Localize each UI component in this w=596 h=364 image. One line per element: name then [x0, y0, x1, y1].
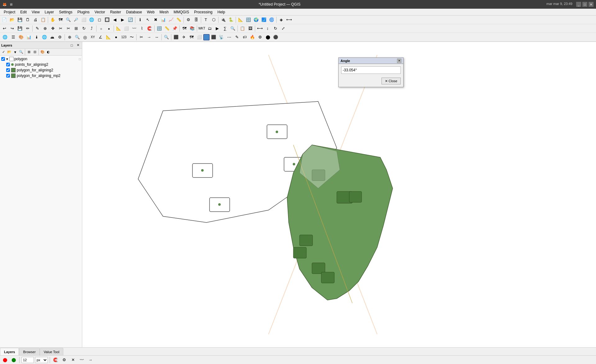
scale-button[interactable]: ⤢: [279, 25, 287, 32]
select-feature-button[interactable]: ↖: [144, 16, 151, 24]
label2-button[interactable]: 🏷: [241, 34, 248, 41]
cut-button[interactable]: ✂: [138, 34, 145, 41]
reverse-button[interactable]: ↔: [153, 34, 160, 41]
menu-layer[interactable]: Layer: [42, 9, 56, 15]
map-canvas[interactable]: Angle ✕ ✕ Close: [82, 42, 596, 347]
zoom-selection-button[interactable]: 🔲: [103, 16, 111, 24]
menu-view[interactable]: View: [29, 9, 42, 15]
new-print-layout-button[interactable]: 📋: [39, 16, 47, 24]
angle-dialog-x-button[interactable]: ✕: [397, 59, 401, 63]
offset-curve-button[interactable]: ⤴: [88, 25, 95, 32]
wkt-button[interactable]: WKT: [198, 25, 205, 32]
maximize-button[interactable]: □: [582, 2, 587, 7]
zoom-in-button[interactable]: 🔍: [65, 16, 72, 24]
open-project-button[interactable]: 📂: [8, 16, 16, 24]
canvas-button[interactable]: 🖼: [246, 25, 254, 32]
svg-button[interactable]: ◈: [278, 16, 285, 24]
measure2-button[interactable]: 📐: [105, 34, 112, 41]
menu-database[interactable]: Database: [124, 9, 144, 15]
layer-item-poly2[interactable]: polygon_for_aligning2: [0, 67, 82, 73]
processing-button[interactable]: ⚙: [56, 34, 64, 41]
stop-button[interactable]: ⬛: [172, 34, 180, 41]
edit-redo-button[interactable]: ↪: [8, 25, 16, 32]
locator-button[interactable]: 🔍: [74, 34, 81, 41]
plugins-button[interactable]: 🔌: [219, 16, 227, 24]
snap-green-button[interactable]: ⬤: [10, 356, 17, 364]
atlas-button[interactable]: 📚: [188, 25, 196, 32]
layers-expand-button[interactable]: ⊞: [26, 49, 32, 55]
blue-button[interactable]: [203, 34, 210, 40]
num-button[interactable]: 123: [120, 34, 128, 41]
add-feature-button[interactable]: ⊕: [41, 25, 49, 32]
split-features-button[interactable]: ✂: [65, 25, 72, 32]
pan-map-button[interactable]: 🗺: [57, 16, 64, 24]
delete-feature-button[interactable]: ✂: [57, 25, 64, 32]
expression-button[interactable]: ∑: [221, 25, 229, 32]
edit-pencil-button[interactable]: ✏: [24, 25, 31, 32]
datasource-manager-button[interactable]: 🗄: [192, 16, 200, 24]
refresh-button[interactable]: 🔄: [127, 16, 134, 24]
angle-close-button[interactable]: ✕ Close: [382, 78, 401, 84]
add-points-button[interactable]: ⊕: [66, 34, 73, 41]
tab-browser[interactable]: Browser: [19, 348, 39, 355]
layer-properties-button[interactable]: ⚙: [185, 16, 192, 24]
profile-button[interactable]: 〜: [128, 34, 135, 41]
pan-button[interactable]: ✋: [49, 16, 56, 24]
snap-red-button[interactable]: ⬤: [1, 356, 9, 364]
layer-item-points[interactable]: points_for_aligning2: [0, 62, 82, 67]
merge-features-button[interactable]: ⊞: [72, 25, 80, 32]
sqr-button[interactable]: ⬜: [196, 34, 203, 41]
gps-button[interactable]: 📡: [218, 34, 225, 41]
zoom-layer-button[interactable]: ◻: [96, 16, 103, 24]
wfs-button[interactable]: 🗾: [260, 16, 268, 24]
minimize-button[interactable]: _: [576, 2, 581, 7]
shape-digitize-button[interactable]: ⬜: [123, 25, 130, 32]
label-pin-button[interactable]: 📌: [171, 25, 178, 32]
cad-button[interactable]: 📏: [163, 25, 171, 32]
snapping-button[interactable]: 🧲: [146, 25, 153, 32]
layer-checkbox-polygon[interactable]: [1, 57, 5, 61]
menu-processing[interactable]: Processing: [192, 9, 215, 15]
identify-features-button[interactable]: ℹ: [136, 16, 144, 24]
angle-tool-button[interactable]: ∠: [97, 34, 104, 41]
save-project-button[interactable]: 💾: [16, 16, 24, 24]
layers-button[interactable]: ☰: [10, 34, 17, 41]
close-button[interactable]: ✕: [589, 2, 594, 7]
edit3-button[interactable]: ✎: [233, 34, 241, 41]
snap-enable-button[interactable]: 🧲: [52, 356, 59, 364]
xy-button[interactable]: XY: [89, 34, 97, 41]
gear2-button[interactable]: ⚙: [256, 34, 264, 41]
raster-button[interactable]: 🌐: [41, 34, 48, 41]
open-table-button[interactable]: 📊: [160, 16, 167, 24]
layers-style-button[interactable]: 🎨: [40, 49, 45, 55]
snap-reset-button[interactable]: ✕: [69, 356, 77, 364]
vertex-tool-button[interactable]: ⬥: [105, 25, 113, 32]
layers-add-button[interactable]: ✓: [1, 49, 6, 55]
snap-value-input[interactable]: [21, 357, 34, 363]
layer-checkbox-poly2[interactable]: [6, 68, 10, 72]
edit-save-button[interactable]: 💾: [16, 25, 24, 32]
snap-config-button[interactable]: ⚙: [61, 356, 68, 364]
angle-input[interactable]: [341, 66, 401, 74]
misc-button[interactable]: ⚫: [272, 34, 279, 41]
layers-collapse2-button[interactable]: ⊟: [32, 49, 38, 55]
python-button[interactable]: 🐍: [227, 16, 235, 24]
new-project-button[interactable]: 📄: [1, 16, 8, 24]
zoom-last-button[interactable]: ◀: [111, 16, 119, 24]
menu-web[interactable]: Web: [144, 9, 157, 15]
freehand-button[interactable]: 〰: [130, 25, 138, 32]
filter-button[interactable]: 🔍: [229, 25, 237, 32]
snap-trace-button[interactable]: 〰: [78, 356, 85, 364]
chart-button[interactable]: 📊: [25, 34, 33, 41]
layers-filter-button[interactable]: ▼: [12, 49, 18, 55]
field-calc-button[interactable]: 🔢: [245, 16, 252, 24]
ring-button[interactable]: ◎: [81, 34, 89, 41]
extend-button[interactable]: →: [145, 34, 153, 41]
tab-layers[interactable]: Layers: [0, 348, 19, 355]
zoom-next-button[interactable]: ▶: [119, 16, 126, 24]
move2-button[interactable]: ↕: [264, 25, 271, 32]
terrain-button[interactable]: ⛰: [48, 34, 56, 41]
nodes-button[interactable]: ●: [112, 34, 120, 41]
layer-checkbox-polymp2[interactable]: [6, 74, 10, 78]
layer-checkbox-points[interactable]: [6, 63, 10, 66]
